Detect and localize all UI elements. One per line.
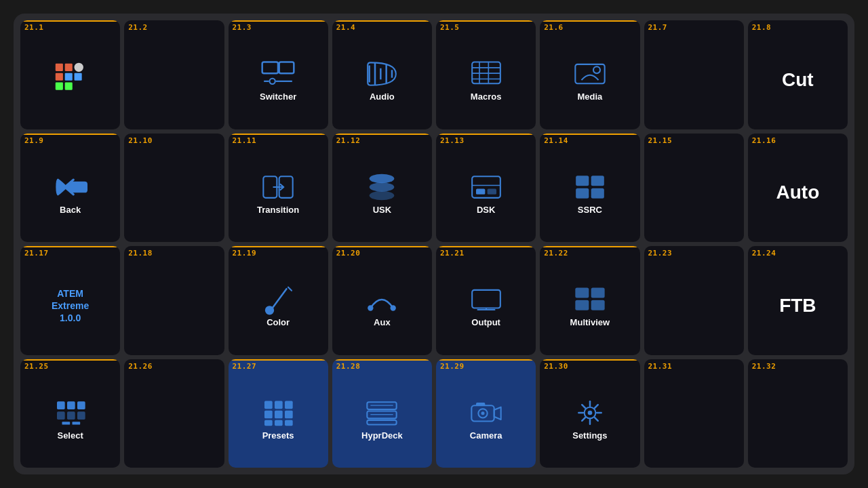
svg-rect-1 <box>64 64 72 71</box>
cell-21.6[interactable]: 21.6 Media <box>540 20 639 129</box>
cell-text-21.16: Auto <box>776 182 819 203</box>
cell-icon-21.18 <box>124 246 224 355</box>
svg-rect-58 <box>264 410 273 418</box>
svg-rect-61 <box>264 420 273 425</box>
cell-text-21.14: SSRC <box>578 205 602 215</box>
cell-id-21.13: 21.13 <box>440 136 465 145</box>
cell-21.12[interactable]: 21.12 USK <box>332 134 432 243</box>
cell-text-21.13: DSK <box>477 205 495 215</box>
svg-point-36 <box>265 306 274 314</box>
svg-point-39 <box>391 305 396 310</box>
svg-rect-31 <box>576 176 589 186</box>
cell-text-21.9: Back <box>60 205 81 215</box>
svg-rect-54 <box>72 422 80 424</box>
svg-rect-8 <box>262 62 278 74</box>
svg-rect-30 <box>487 188 496 194</box>
cell-icon-21.2 <box>124 20 224 129</box>
cell-21.20[interactable]: 21.20 Aux <box>332 246 432 355</box>
svg-rect-29 <box>476 188 485 194</box>
cell-21.27[interactable]: 21.27 Presets <box>229 359 328 468</box>
cell-21.18[interactable]: 21.18 <box>124 246 224 355</box>
cell-icon-21.12: USK <box>332 134 432 243</box>
svg-line-80 <box>595 418 598 421</box>
cell-21.1[interactable]: 21.1 <box>20 20 120 129</box>
svg-rect-63 <box>285 420 293 425</box>
cell-21.25[interactable]: 21.25 Select <box>20 359 120 468</box>
cell-21.13[interactable]: 21.13 DSK <box>436 134 536 243</box>
cell-icon-21.6: Media <box>540 20 639 129</box>
cell-text-21.3: Switcher <box>260 92 296 102</box>
svg-point-26 <box>370 190 395 199</box>
cell-icon-21.28: HyprDeck <box>332 359 432 468</box>
cell-21.7[interactable]: 21.7 <box>644 20 744 129</box>
cell-id-21.25: 21.25 <box>24 362 49 371</box>
cell-id-21.16: 21.16 <box>752 136 776 145</box>
svg-rect-72 <box>476 403 485 406</box>
cell-id-21.11: 21.11 <box>233 136 257 145</box>
cell-id-21.8: 21.8 <box>752 23 772 32</box>
svg-rect-0 <box>55 64 62 71</box>
cell-21.4[interactable]: 21.4 Audio <box>332 20 432 129</box>
svg-rect-50 <box>57 411 65 420</box>
cell-21.15[interactable]: 21.15 <box>644 134 744 243</box>
cell-id-21.17: 21.17 <box>24 249 49 258</box>
svg-rect-57 <box>285 401 293 409</box>
cell-id-21.22: 21.22 <box>544 249 568 258</box>
svg-rect-40 <box>472 290 500 308</box>
cell-21.16[interactable]: 21.16Auto <box>748 134 848 243</box>
cell-21.32[interactable]: 21.32 <box>748 359 848 468</box>
svg-rect-7 <box>64 83 72 90</box>
svg-rect-49 <box>77 401 85 409</box>
cell-21.31[interactable]: 21.31 <box>644 359 744 468</box>
cell-id-21.10: 21.10 <box>128 136 153 145</box>
cell-21.26[interactable]: 21.26 <box>124 359 224 468</box>
cell-text-21.25: Select <box>57 431 83 441</box>
cell-21.19[interactable]: 21.19 Color <box>229 246 328 355</box>
cell-21.11[interactable]: 21.11 Transition <box>229 134 328 243</box>
svg-point-71 <box>481 411 484 415</box>
cell-text-21.24: FTB <box>779 296 816 317</box>
cell-21.29[interactable]: 21.29 Camera <box>436 359 536 468</box>
cell-icon-21.25: Select <box>20 359 120 468</box>
cell-icon-21.20: Aux <box>332 246 432 355</box>
cell-21.30[interactable]: 21.30 Settings <box>540 359 639 468</box>
cell-21.2[interactable]: 21.2 <box>124 20 224 129</box>
cell-id-21.15: 21.15 <box>648 136 673 145</box>
svg-rect-32 <box>591 176 604 186</box>
cell-id-21.3: 21.3 <box>233 23 252 32</box>
cell-21.10[interactable]: 21.10 <box>124 134 224 243</box>
svg-point-24 <box>370 174 395 182</box>
cell-21.24[interactable]: 21.24FTB <box>748 246 848 355</box>
cell-text-21.27: Presets <box>262 431 294 441</box>
cell-21.14[interactable]: 21.14 SSRC <box>540 134 639 243</box>
cell-id-21.27: 21.27 <box>233 362 257 371</box>
svg-line-82 <box>582 418 585 421</box>
svg-point-25 <box>370 182 395 191</box>
cell-id-21.12: 21.12 <box>336 136 361 145</box>
svg-point-38 <box>368 305 374 310</box>
cell-text-21.5: Macros <box>471 92 502 102</box>
cell-21.22[interactable]: 21.22 Multiview <box>540 246 639 355</box>
cell-21.17[interactable]: 21.17ATEMExtreme1.0.0 <box>20 246 120 355</box>
cell-21.3[interactable]: 21.3 Switcher <box>229 20 328 129</box>
svg-line-81 <box>595 405 598 408</box>
svg-rect-46 <box>591 300 605 310</box>
cell-21.9[interactable]: 21.9 Back <box>20 134 120 243</box>
svg-rect-27 <box>472 176 500 198</box>
cell-21.28[interactable]: 21.28 HyprDeck <box>332 359 432 468</box>
cell-21.8[interactable]: 21.8Cut <box>748 20 848 129</box>
cell-21.23[interactable]: 21.23 <box>644 246 744 355</box>
cell-21.21[interactable]: 21.21 Output <box>436 246 536 355</box>
cell-21.5[interactable]: 21.5 Macros <box>436 20 536 129</box>
svg-point-21 <box>593 66 600 73</box>
cell-icon-21.14: SSRC <box>540 134 639 243</box>
row-2: 21.9 Back21.1021.11 Transition21.12 USK2… <box>20 134 848 243</box>
cell-id-21.19: 21.19 <box>233 249 257 258</box>
cell-id-21.28: 21.28 <box>336 362 361 371</box>
svg-rect-52 <box>77 411 85 420</box>
cell-id-21.6: 21.6 <box>544 23 564 32</box>
cell-id-21.31: 21.31 <box>648 362 673 371</box>
cell-id-21.9: 21.9 <box>24 136 44 145</box>
cell-icon-21.19: Color <box>229 246 328 355</box>
cell-id-21.30: 21.30 <box>544 362 568 371</box>
